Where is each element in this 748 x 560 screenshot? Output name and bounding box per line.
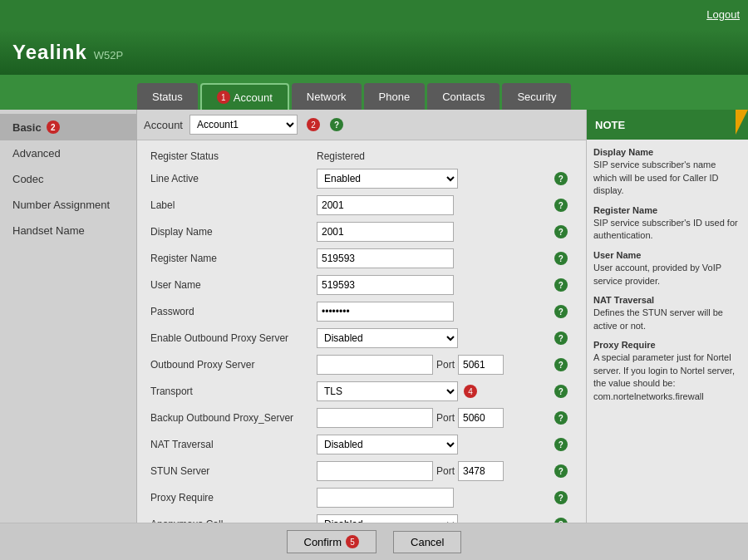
line-active-help-icon[interactable]: ? [554,172,568,185]
password-input[interactable] [317,302,454,322]
brand-logo: Yealink [12,41,87,64]
enable-proxy-label: Enable Outbound Proxy Server [145,325,312,351]
account-help-icon[interactable]: ? [330,118,343,131]
tab-network-label: Network [307,91,347,103]
enable-proxy-row: Enable Outbound Proxy Server Disabled En… [145,325,578,351]
sidebar-item-advanced[interactable]: Advanced [0,140,136,166]
nat-traversal-value: Disabled Enabled [312,431,546,458]
sidebar-item-handset-name[interactable]: Handset Name [0,218,136,243]
outbound-proxy-value: Port [312,351,546,378]
register-name-input[interactable] [317,248,454,268]
proxy-require-input[interactable] [317,488,454,508]
proxy-require-row: Proxy Require ? [145,484,578,511]
register-name-help-icon[interactable]: ? [554,252,568,265]
settings-table: Register Status Registered Line Active E… [145,147,578,523]
password-label: Password [145,298,312,325]
outbound-proxy-input[interactable] [317,355,433,375]
tab-network[interactable]: Network [292,83,362,110]
display-name-row: Display Name ? [145,219,578,245]
note-proxy-require-title: Proxy Require [593,339,741,351]
nat-traversal-label: NAT Traversal [145,431,312,458]
outbound-proxy-help-icon[interactable]: ? [554,358,568,371]
stun-server-label: STUN Server [145,458,312,484]
footer-bar: Confirm 5 Cancel [0,523,748,560]
backup-proxy-input[interactable] [317,408,433,428]
user-name-label: User Name [145,272,312,298]
nat-traversal-select[interactable]: Disabled Enabled [317,435,458,454]
display-name-help-icon[interactable]: ? [554,225,568,238]
display-name-label: Display Name [145,219,312,245]
password-help-icon[interactable]: ? [554,305,568,318]
form-area: Register Status Registered Line Active E… [137,140,586,523]
note-nat-traversal-desc: Defines the STUN server will be active o… [593,307,741,332]
transport-help-icon[interactable]: ? [554,385,568,398]
cancel-label: Cancel [411,536,444,548]
label-help-icon[interactable]: ? [554,199,568,212]
display-name-input[interactable] [317,222,454,242]
label-input[interactable] [317,195,454,215]
sidebar-basic-label: Basic [12,121,42,134]
anonymous-call-value: Disabled Enabled [312,511,546,523]
stun-port-label: Port [436,465,455,477]
password-value [312,298,546,325]
outbound-proxy-label: Outbound Proxy Server [145,351,312,378]
note-display-name-title: Display Name [593,146,741,159]
outbound-port-label: Port [436,359,455,371]
label-field-value [312,192,546,219]
register-name-label: Register Name [145,245,312,272]
tab-security[interactable]: Security [502,83,571,110]
stun-server-row: STUN Server Port ? [145,458,578,484]
backup-proxy-row: Backup Outbound Proxy_Server Port ? [145,405,578,431]
sidebar-item-number-assignment[interactable]: Number Assignment [0,192,136,218]
user-name-input[interactable] [317,275,454,295]
tab-status[interactable]: Status [137,83,198,110]
enable-proxy-help-icon[interactable]: ? [554,332,568,345]
register-status-text: Registered [317,150,365,162]
transport-badge: 4 [464,385,477,398]
user-name-value [312,272,546,298]
sidebar-codec-label: Codec [12,173,44,185]
confirm-button[interactable]: Confirm 5 [287,530,377,553]
logout-button[interactable]: Logout [706,8,740,21]
nav-bar: Status 1 Account Network Phone Contacts … [0,75,748,110]
tab-contacts[interactable]: Contacts [427,83,499,110]
tab-phone[interactable]: Phone [364,83,426,110]
backup-proxy-label: Backup Outbound Proxy_Server [145,405,312,431]
note-header-label: NOTE [595,119,625,131]
nat-traversal-help-icon[interactable]: ? [554,438,568,451]
stun-port-input[interactable] [458,461,504,481]
note-register-name-title: Register Name [593,204,741,217]
anonymous-call-select[interactable]: Disabled Enabled [317,514,458,523]
sidebar-advanced-label: Advanced [12,147,61,160]
content-area: Account Account1 Account2 Account3 2 ? R… [137,110,586,523]
line-active-select[interactable]: Enabled Disabled [317,169,458,189]
line-active-label: Line Active [145,165,312,192]
cancel-button[interactable]: Cancel [393,531,461,553]
register-name-row: Register Name ? [145,245,578,272]
stun-server-value: Port [312,458,546,484]
line-active-value: Enabled Disabled [312,165,546,192]
enable-proxy-value: Disabled Enabled [312,325,546,351]
sidebar-item-codec[interactable]: Codec [0,166,136,192]
user-name-help-icon[interactable]: ? [554,278,568,292]
sidebar-number-label: Number Assignment [12,199,110,211]
account-select-badge: 2 [307,118,320,131]
note-header: NOTE [587,110,748,140]
transport-select[interactable]: UDP TCP TLS DNS-NAPTR [317,381,458,401]
anonymous-call-row: Anonymous Call Disabled Enabled ? [145,511,578,523]
tab-security-label: Security [517,91,556,103]
proxy-require-help-icon[interactable]: ? [554,491,568,504]
stun-server-input[interactable] [317,461,433,481]
sidebar-item-basic[interactable]: Basic 2 [0,114,136,140]
outbound-proxy-group: Port [317,355,541,375]
header-bar: Logout [0,0,748,29]
stun-server-help-icon[interactable]: ? [554,464,568,478]
enable-proxy-select[interactable]: Disabled Enabled [317,328,458,348]
backup-proxy-help-icon[interactable]: ? [554,411,568,425]
account-select[interactable]: Account1 Account2 Account3 [189,115,298,135]
confirm-label: Confirm [304,536,342,548]
outbound-port-input[interactable] [458,355,504,375]
backup-port-input[interactable] [458,408,504,428]
tab-account[interactable]: 1 Account [200,83,289,110]
anonymous-call-label: Anonymous Call [145,511,312,523]
